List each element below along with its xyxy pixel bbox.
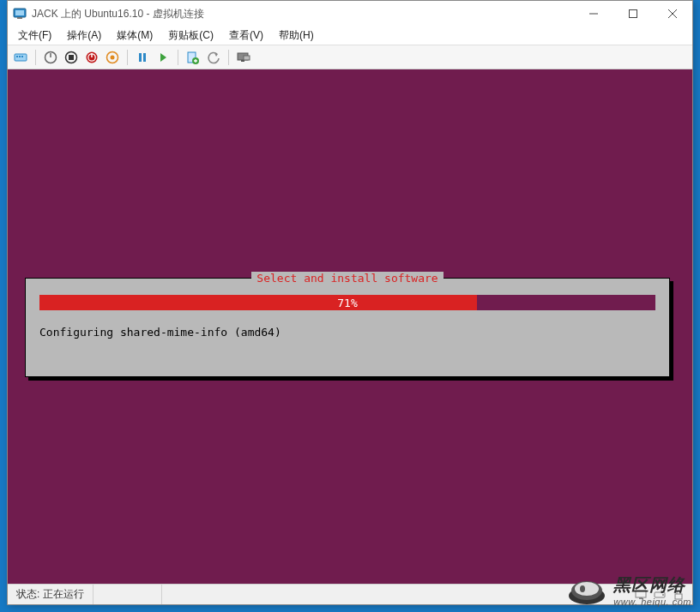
- status-cell-empty: [94, 585, 162, 604]
- rule-left: [39, 278, 251, 279]
- maximize-button[interactable]: [613, 1, 653, 27]
- network-icon: [634, 588, 648, 602]
- svg-rect-23: [639, 597, 643, 599]
- svg-rect-2: [17, 17, 22, 19]
- installer-status: Configuring shared-mime-info (amd64): [39, 326, 655, 339]
- hyperv-vm-connect-window: JACK 上的 Ubuntu16.10 - 虚拟机连接 文件(F) 操作(A) …: [7, 0, 693, 605]
- svg-rect-16: [143, 53, 146, 62]
- svg-rect-22: [636, 591, 646, 597]
- svg-rect-10: [69, 55, 74, 60]
- pause-button[interactable]: [133, 48, 152, 67]
- menu-help[interactable]: 帮助(H): [272, 27, 321, 45]
- menu-action[interactable]: 操作(A): [60, 27, 108, 45]
- installer-panel: Select and install software 71% Configur…: [25, 278, 670, 377]
- installer-title: Select and install software: [251, 272, 443, 285]
- svg-rect-26: [675, 594, 682, 599]
- svg-rect-5: [16, 56, 18, 57]
- svg-rect-3: [630, 10, 637, 18]
- toolbar-separator: [35, 50, 36, 65]
- toolbar: [8, 45, 692, 69]
- svg-rect-1: [15, 10, 24, 15]
- reset-button[interactable]: [154, 48, 172, 67]
- toolbar-separator: [127, 50, 128, 65]
- status-icons: [627, 588, 692, 602]
- window-controls: [574, 1, 692, 27]
- toolbar-separator: [228, 50, 229, 65]
- enhanced-session-button[interactable]: [234, 48, 253, 67]
- svg-point-14: [111, 55, 115, 59]
- titlebar-left: JACK 上的 Ubuntu16.10 - 虚拟机连接: [13, 7, 204, 21]
- minimize-button[interactable]: [574, 1, 613, 27]
- vm-display[interactable]: Select and install software 71% Configur…: [8, 69, 692, 584]
- progress-label: 71%: [39, 295, 655, 310]
- svg-rect-7: [21, 56, 23, 57]
- rule-right: [444, 278, 655, 279]
- lock-icon: [672, 588, 685, 602]
- toolbar-separator: [178, 50, 178, 65]
- menubar: 文件(F) 操作(A) 媒体(M) 剪贴板(C) 查看(V) 帮助(H): [8, 27, 692, 45]
- menu-view[interactable]: 查看(V): [222, 27, 270, 45]
- ctrl-alt-del-button[interactable]: [11, 48, 30, 67]
- save-state-button[interactable]: [103, 48, 122, 67]
- progress-bar: 71%: [39, 295, 655, 310]
- app-icon: [13, 7, 27, 21]
- disk-icon: [653, 588, 667, 602]
- revert-button[interactable]: [204, 48, 223, 67]
- installer-title-line: Select and install software: [39, 272, 655, 285]
- svg-rect-15: [139, 53, 142, 62]
- menu-media[interactable]: 媒体(M): [110, 27, 160, 45]
- status-text: 状态: 正在运行: [8, 585, 94, 604]
- window-title: JACK 上的 Ubuntu16.10 - 虚拟机连接: [32, 7, 204, 21]
- svg-rect-6: [19, 56, 21, 57]
- turn-off-button[interactable]: [62, 48, 81, 67]
- close-button[interactable]: [653, 1, 692, 27]
- statusbar: 状态: 正在运行: [8, 584, 692, 604]
- checkpoint-button[interactable]: [184, 48, 202, 67]
- titlebar: JACK 上的 Ubuntu16.10 - 虚拟机连接: [8, 1, 692, 27]
- start-button[interactable]: [41, 48, 60, 67]
- menu-clipboard[interactable]: 剪贴板(C): [161, 27, 220, 45]
- menu-file[interactable]: 文件(F): [11, 27, 58, 45]
- shutdown-button[interactable]: [82, 48, 101, 67]
- svg-point-25: [662, 594, 664, 596]
- svg-rect-21: [244, 56, 250, 60]
